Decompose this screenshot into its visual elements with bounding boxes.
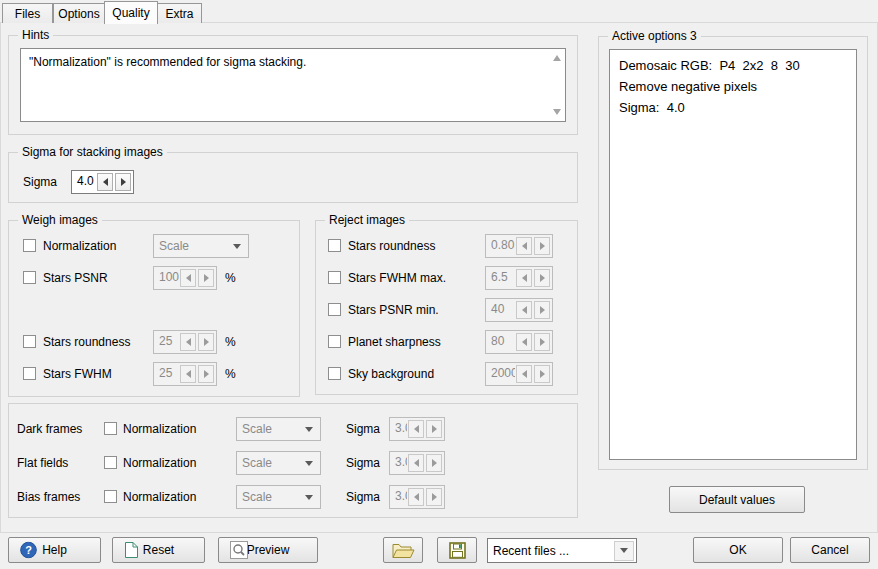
reject-images-group: Reject images Stars roundness 0.80 Stars… (315, 220, 578, 395)
tab-extra[interactable]: Extra (157, 3, 202, 23)
normalization-checkbox[interactable] (23, 239, 36, 252)
hints-group-title: Hints (18, 28, 53, 43)
spinner-increment-button (198, 269, 214, 287)
bias-frames-label: Bias frames (17, 485, 80, 509)
spinner-increment-button (534, 269, 550, 287)
bias-frames-sigma-label: Sigma (346, 485, 380, 509)
arrow-right-icon (121, 178, 126, 186)
reject-stars-psnr-min-label: Stars PSNR min. (348, 298, 439, 322)
sigma-label: Sigma (23, 170, 57, 194)
tab-strip: Files Options Quality Extra (0, 0, 878, 23)
reset-button[interactable]: Reset (112, 537, 205, 563)
reject-stars-roundness-checkbox[interactable] (328, 239, 341, 252)
spinner-decrement-button (516, 365, 532, 383)
reset-label: Reset (143, 543, 174, 557)
normalization-method-dropdown: Scale (153, 234, 249, 258)
cancel-button[interactable]: Cancel (790, 537, 870, 563)
reject-row-stars-roundness: Stars roundness 0.80 (316, 234, 577, 258)
spinner-increment-button (426, 488, 442, 506)
spinner-value: 100 (155, 268, 179, 288)
sigma-spinner-decrement-button[interactable] (97, 173, 113, 191)
spinner-decrement-button (516, 237, 532, 255)
reject-sky-background-spinner: 2000 (485, 362, 553, 386)
active-options-list[interactable]: Demosaic RGB: P4 2x2 8 30 Remove negativ… (609, 49, 857, 460)
spinner-value: 25 (155, 332, 179, 352)
open-file-button[interactable] (383, 537, 423, 563)
dropdown-value: Scale (154, 239, 226, 253)
weigh-row-stars-roundness: Stars roundness 25 % (9, 330, 299, 354)
spinner-decrement-button (516, 269, 532, 287)
reject-stars-roundness-label: Stars roundness (348, 234, 435, 258)
scroll-up-icon[interactable] (553, 55, 561, 61)
sigma-spinner-increment-button[interactable] (115, 173, 131, 191)
spinner-increment-button (426, 454, 442, 472)
dark-frames-method-dropdown: Scale (236, 417, 321, 441)
list-item: Sigma: 4.0 (610, 97, 856, 118)
chevron-down-icon (300, 454, 318, 472)
reject-planet-sharpness-checkbox[interactable] (328, 335, 341, 348)
percent-label: % (225, 362, 236, 386)
hints-textbox[interactable]: "Normalization" is recommended for sigma… (20, 48, 566, 122)
recent-files-value: Recent files ... (488, 544, 612, 558)
save-button[interactable] (437, 537, 477, 563)
weigh-images-group-title: Weigh images (18, 213, 102, 228)
stars-psnr-checkbox[interactable] (23, 271, 36, 284)
spinner-increment-button (426, 420, 442, 438)
help-button[interactable]: ? Help (8, 537, 101, 563)
flat-fields-normalization-checkbox[interactable] (104, 456, 117, 469)
stars-fwhm-weigh-checkbox[interactable] (23, 367, 36, 380)
spinner-decrement-button (408, 488, 424, 506)
reject-stars-fwhm-max-label: Stars FWHM max. (348, 266, 446, 290)
reject-sky-background-checkbox[interactable] (328, 367, 341, 380)
tab-label: Extra (165, 7, 193, 21)
stars-psnr-label: Stars PSNR (43, 266, 108, 290)
dark-frames-normalization-checkbox[interactable] (104, 422, 117, 435)
tab-options[interactable]: Options (53, 3, 105, 23)
normalization-label: Normalization (43, 234, 116, 258)
chevron-down-icon[interactable] (614, 541, 634, 561)
sigma-spinner[interactable]: 4.0 (71, 170, 134, 194)
cancel-label: Cancel (811, 543, 848, 557)
dropdown-value: Scale (237, 490, 298, 504)
reject-planet-sharpness-label: Planet sharpness (348, 330, 441, 354)
tab-label: Quality (112, 6, 149, 20)
ok-button[interactable]: OK (693, 537, 783, 563)
hints-text: "Normalization" is recommended for sigma… (21, 49, 547, 121)
list-item: Demosaic RGB: P4 2x2 8 30 (610, 50, 856, 76)
magnifier-icon (230, 541, 248, 559)
chevron-down-icon (228, 237, 246, 255)
scroll-down-icon[interactable] (553, 109, 561, 115)
reject-stars-fwhm-max-checkbox[interactable] (328, 271, 341, 284)
preview-label: Preview (247, 543, 290, 557)
spinner-value: 2000 (487, 364, 515, 384)
active-options-group: Active options 3 Demosaic RGB: P4 2x2 8 … (598, 36, 868, 470)
percent-label: % (225, 266, 236, 290)
spinner-value: 3.0 (391, 419, 407, 439)
default-values-button[interactable]: Default values (669, 486, 805, 513)
arrow-left-icon (103, 178, 108, 186)
sigma-stacking-group: Sigma for stacking images Sigma 4.0 (8, 152, 578, 203)
spinner-decrement-button (180, 269, 196, 287)
sigma-spinner-value[interactable]: 4.0 (73, 172, 96, 192)
bias-frames-normalization-label: Normalization (123, 485, 196, 509)
spinner-increment-button (534, 237, 550, 255)
spinner-decrement-button (408, 420, 424, 438)
bias-frames-normalization-checkbox[interactable] (104, 490, 117, 503)
stars-psnr-spinner: 100 (153, 266, 217, 290)
spinner-increment-button (534, 365, 550, 383)
reject-stars-roundness-spinner: 0.80 (485, 234, 553, 258)
weigh-row-stars-fwhm: Stars FWHM 25 % (9, 362, 299, 386)
tab-label: Files (15, 7, 40, 21)
recent-files-dropdown[interactable]: Recent files ... (487, 538, 637, 563)
reject-stars-psnr-min-checkbox[interactable] (328, 303, 341, 316)
flat-fields-label: Flat fields (17, 451, 68, 475)
spinner-decrement-button (408, 454, 424, 472)
preview-button[interactable]: Preview (218, 537, 318, 563)
stars-roundness-weigh-checkbox[interactable] (23, 335, 36, 348)
tab-files[interactable]: Files (2, 3, 53, 23)
spinner-decrement-button (180, 365, 196, 383)
spinner-value: 3.0 (391, 487, 407, 507)
tab-quality[interactable]: Quality (104, 1, 158, 24)
spinner-increment-button (198, 365, 214, 383)
hints-group: Hints "Normalization" is recommended for… (8, 35, 578, 135)
